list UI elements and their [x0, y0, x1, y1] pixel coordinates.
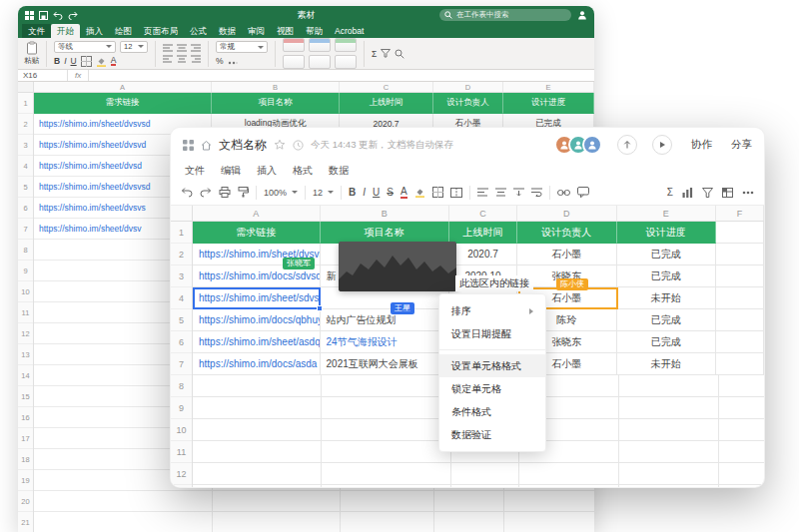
row-header[interactable]: 12 — [171, 463, 192, 485]
tab-view[interactable]: 视图 — [271, 24, 300, 38]
format-cells-button[interactable] — [335, 55, 357, 69]
text-wrap-icon[interactable] — [531, 188, 542, 197]
row-header[interactable]: 7 — [171, 353, 192, 375]
row-header[interactable]: 3 — [171, 266, 192, 287]
column-header-a[interactable]: A — [34, 82, 212, 92]
font-color-button[interactable]: A — [400, 187, 407, 199]
font-name-dropdown[interactable]: 等线 — [54, 41, 116, 53]
filter-icon[interactable] — [702, 188, 713, 198]
row-header[interactable]: 11 — [171, 441, 192, 463]
column-header-c[interactable]: C — [449, 206, 517, 221]
align-bottom-icon[interactable] — [191, 44, 201, 52]
row-header[interactable]: 10 — [18, 281, 33, 302]
cell[interactable]: 未开始 — [617, 353, 717, 375]
align-top-icon[interactable] — [163, 44, 173, 52]
publish-button[interactable] — [617, 135, 637, 155]
comment-icon[interactable] — [577, 187, 589, 198]
menu-file[interactable]: 文件 — [185, 164, 205, 178]
column-header-d[interactable]: D — [433, 82, 503, 92]
link-cell[interactable]: https://shimo.im/docs/qbhuyj — [193, 309, 321, 331]
column-header-d[interactable]: D — [517, 206, 617, 221]
column-header-b[interactable]: B — [321, 206, 450, 221]
row-header[interactable]: 20 — [18, 491, 33, 512]
star-icon[interactable] — [274, 139, 286, 151]
row-header[interactable]: 5 — [171, 309, 192, 331]
font-color-button[interactable]: A — [111, 56, 117, 66]
insert-cells-button[interactable] — [283, 55, 305, 69]
italic-button[interactable]: I — [363, 187, 366, 199]
more-icon[interactable] — [742, 191, 754, 195]
undo-icon[interactable] — [181, 187, 193, 198]
row-header[interactable]: 10 — [171, 419, 192, 441]
fill-color-icon[interactable] — [414, 187, 425, 198]
cell[interactable] — [716, 287, 764, 309]
present-button[interactable] — [652, 135, 672, 155]
paste-button[interactable]: 粘贴 — [24, 41, 39, 66]
vertical-align-icon[interactable] — [513, 188, 524, 197]
row-header[interactable]: 11 — [18, 302, 33, 323]
search-box[interactable]: 在工作表中搜索 — [439, 9, 571, 21]
tab-file[interactable]: 文件 — [22, 24, 51, 38]
tab-help[interactable]: 帮助 — [300, 24, 329, 38]
row-header[interactable]: 15 — [18, 386, 33, 407]
fill-color-icon[interactable] — [96, 56, 107, 67]
row-header[interactable]: 14 — [18, 365, 33, 386]
cell[interactable]: 24节气海报设计 — [321, 331, 450, 353]
row-header[interactable]: 2 — [171, 244, 192, 266]
strikethrough-button[interactable]: S — [387, 187, 394, 199]
cell[interactable] — [716, 353, 764, 375]
header-cell[interactable]: 项目名称 — [212, 93, 340, 114]
menu-item-sort[interactable]: 排序 — [439, 299, 545, 322]
column-header-f[interactable]: F — [716, 206, 764, 221]
chart-icon[interactable] — [682, 188, 693, 198]
sort-filter-icon[interactable] — [381, 49, 391, 58]
cell[interactable] — [716, 331, 764, 353]
row-header[interactable]: 8 — [171, 375, 192, 397]
row-header[interactable]: 1 — [18, 93, 33, 114]
row-header[interactable]: 5 — [18, 177, 33, 198]
column-header-e[interactable]: E — [503, 82, 594, 92]
cell[interactable] — [716, 309, 764, 331]
underline-button[interactable]: U — [71, 56, 77, 66]
freeze-icon[interactable] — [722, 188, 733, 198]
autosum-button[interactable]: Σ — [372, 49, 377, 59]
cell[interactable]: 未开始 — [617, 287, 717, 309]
link-cell[interactable]: https://shimo.im/docs/asda — [193, 353, 321, 375]
share-button[interactable]: 分享 — [731, 138, 752, 152]
tab-data[interactable]: 数据 — [213, 24, 242, 38]
decimal-icon[interactable] — [228, 57, 238, 65]
cell-styles-button[interactable] — [335, 38, 357, 52]
cell[interactable]: 石小墨 — [517, 244, 617, 266]
menu-item-data-validation[interactable]: 数据验证 — [439, 423, 545, 446]
align-center-icon[interactable] — [495, 188, 506, 197]
row-header[interactable]: 16 — [18, 407, 33, 428]
app-menu-icon[interactable] — [25, 11, 34, 20]
undo-icon[interactable] — [53, 11, 63, 20]
align-middle-icon[interactable] — [177, 44, 187, 52]
percent-style-button[interactable]: % — [216, 56, 224, 66]
row-header[interactable]: 13 — [171, 485, 192, 487]
column-header-b[interactable]: B — [212, 82, 340, 92]
menu-item-format-cells[interactable]: 设置单元格格式 — [439, 354, 545, 377]
menu-data[interactable]: 数据 — [329, 164, 349, 178]
align-right-icon[interactable] — [191, 55, 201, 63]
header-cell[interactable]: 上线时间 — [449, 222, 517, 244]
cell-reference-box[interactable]: X16 — [18, 70, 68, 81]
find-select-icon[interactable] — [395, 49, 404, 59]
row-header[interactable]: 9 — [171, 397, 192, 419]
cell[interactable]: 2021互联网大会展板 — [321, 353, 450, 375]
redo-icon[interactable] — [200, 187, 212, 198]
row-header[interactable]: 7 — [18, 219, 33, 240]
cell[interactable] — [716, 244, 764, 266]
conditional-formatting-button[interactable] — [283, 38, 305, 52]
menu-edit[interactable]: 编辑 — [221, 164, 241, 178]
select-all-corner[interactable] — [18, 82, 33, 93]
cell[interactable]: 已完成 — [617, 331, 717, 353]
menu-item-conditional-format[interactable]: 条件格式 — [439, 400, 545, 423]
cell[interactable] — [716, 222, 764, 244]
row-header[interactable]: 19 — [18, 470, 33, 491]
tab-formulas[interactable]: 公式 — [184, 24, 213, 38]
zoom-dropdown[interactable]: 100% — [264, 188, 298, 198]
sum-button[interactable]: Σ — [667, 187, 673, 198]
underline-button[interactable]: U — [373, 187, 380, 199]
